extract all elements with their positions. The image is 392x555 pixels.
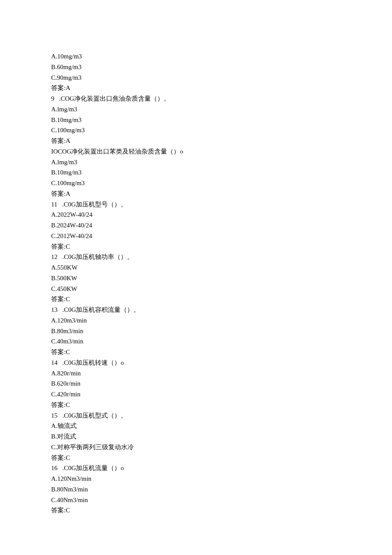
- text-line: C.90mg/m3: [51, 73, 341, 83]
- text-line: A.lmg/m3: [51, 104, 341, 115]
- text-line: C.2012W-40/24: [51, 231, 341, 241]
- text-line: 答案:C: [51, 294, 341, 305]
- text-line: 11 .C0G加压机型号（）。: [51, 199, 341, 210]
- text-line: A.550KW: [51, 262, 341, 273]
- text-line: B.80Nm3/min: [51, 484, 341, 495]
- text-line: A.轴流式: [51, 421, 341, 431]
- document-body: A.10mg/m3B.60mg/m3C.90mg/m3答案:A9 .COG净化装…: [51, 51, 341, 516]
- text-line: 16 .C0G加压机流量（）o: [51, 463, 341, 474]
- text-line: 答案:C: [51, 400, 341, 410]
- text-line: 12 .C0G加压机轴功率（）。: [51, 252, 341, 262]
- text-line: 15 .C0G加压机型式（）。: [51, 410, 341, 421]
- text-line: A.120m3/min: [51, 315, 341, 326]
- text-line: C.40Nm3/min: [51, 495, 341, 506]
- text-line: 答案:C: [51, 347, 341, 357]
- text-line: 答案:A: [51, 83, 341, 93]
- text-line: B.60mg/m3: [51, 62, 341, 73]
- text-line: C.100mg/m3: [51, 178, 341, 189]
- text-line: A.120Nm3/min: [51, 474, 341, 484]
- text-line: C.420r/min: [51, 389, 341, 400]
- text-line: 答案:A: [51, 136, 341, 146]
- text-line: C.450KW: [51, 284, 341, 294]
- text-line: B.2024W-40/24: [51, 220, 341, 231]
- text-line: 14 .C0G加压机转速（）o: [51, 357, 341, 368]
- text-line: A.820r/min: [51, 368, 341, 379]
- text-line: B.80m3/min: [51, 326, 341, 337]
- document-page: A.10mg/m3B.60mg/m3C.90mg/m3答案:A9 .COG净化装…: [0, 0, 392, 550]
- text-line: 答案:C: [51, 453, 341, 463]
- text-line: C.对称平衡两列三级复动水冷: [51, 442, 341, 453]
- text-line: 13 .C0G加压机容积流量（）。: [51, 305, 341, 315]
- text-line: B.对流式: [51, 431, 341, 442]
- text-line: A.2022W-40/24: [51, 209, 341, 220]
- text-line: IOCOG净化装置出口苯类及轻油杂质含量（）o: [51, 146, 341, 157]
- text-line: C.100mg/m3: [51, 125, 341, 136]
- text-line: 答案:C: [51, 241, 341, 252]
- text-line: B.620r/min: [51, 378, 341, 389]
- text-line: 9 .COG净化装置出口焦油杂质含量（）。: [51, 93, 341, 104]
- text-line: 答案:C: [51, 505, 341, 516]
- text-line: A.10mg/m3: [51, 51, 341, 62]
- text-line: B.10mg/m3: [51, 115, 341, 125]
- text-line: A.lmg/m3: [51, 157, 341, 168]
- text-line: C.40m3/min: [51, 336, 341, 347]
- text-line: B.10mg/m3: [51, 167, 341, 178]
- text-line: 答案:A: [51, 189, 341, 199]
- text-line: B.500KW: [51, 273, 341, 284]
